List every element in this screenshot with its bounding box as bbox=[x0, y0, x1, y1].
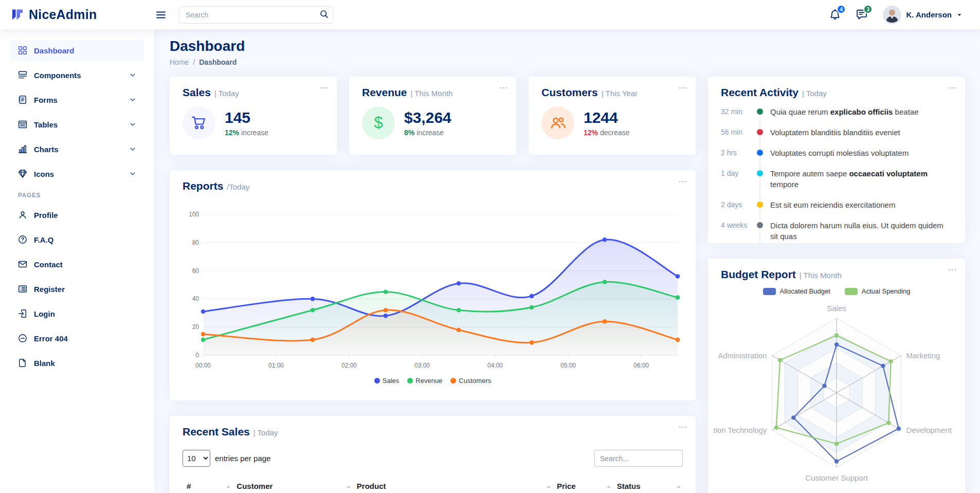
card-period-text: | Today bbox=[214, 87, 239, 100]
column-header-product[interactable]: Product bbox=[353, 477, 553, 493]
recent-sales-card: Recent Sales| Today 10 entries per page … bbox=[170, 416, 696, 493]
budget-radar-container: SalesAdministrationInformation Technolog… bbox=[713, 295, 960, 493]
legend-item-revenue[interactable]: Revenue bbox=[407, 377, 442, 385]
sidebar-item-register[interactable]: Register bbox=[10, 278, 144, 300]
svg-text:01:00: 01:00 bbox=[268, 362, 284, 369]
sidebar-item-icons[interactable]: Icons bbox=[10, 163, 144, 185]
sort-caret-icon bbox=[607, 481, 611, 489]
column-header-customer[interactable]: Customer bbox=[232, 477, 353, 493]
cart-icon bbox=[183, 106, 215, 139]
percent-label: increase bbox=[416, 129, 444, 137]
sidebar-item-label: Tables bbox=[34, 120, 58, 129]
sidebar-item-profile[interactable]: Profile bbox=[10, 204, 144, 226]
box-arrow-in-right-icon bbox=[18, 309, 27, 318]
people-icon bbox=[541, 106, 574, 139]
svg-text:05:00: 05:00 bbox=[560, 362, 576, 369]
sidebar-item-icons-wrap: Icons bbox=[10, 163, 144, 185]
legend-label: Revenue bbox=[415, 377, 442, 385]
sidebar-item-label: Dashboard bbox=[34, 46, 74, 55]
activity-text: Dicta dolorem harum nulla eius. Ut quide… bbox=[767, 220, 952, 243]
customers-card: Customers| This Year124412%decrease bbox=[529, 77, 696, 155]
sidebar-item-tables[interactable]: Tables bbox=[10, 114, 144, 135]
card-options-icon[interactable] bbox=[948, 83, 957, 93]
sales-card-title: Sales| Today bbox=[183, 86, 324, 100]
activity-time: 56 min bbox=[721, 127, 753, 136]
svg-text:0: 0 bbox=[195, 352, 199, 359]
sidebar-item-blank[interactable]: Blank bbox=[10, 352, 144, 374]
sidebar-item-charts[interactable]: Charts bbox=[10, 138, 144, 160]
sidebar-item-label: Register bbox=[34, 285, 65, 294]
sidebar-item-profile-wrap: Profile bbox=[10, 204, 144, 226]
activity-text: Tempore autem saepe occaecati voluptatem… bbox=[767, 168, 952, 199]
reports-chart-container: 02040608010000:0001:0002:0003:0004:0005:… bbox=[183, 204, 683, 376]
activity-timeline bbox=[753, 199, 767, 220]
sidebar-item-error-404[interactable]: Error 404 bbox=[10, 327, 144, 349]
page-title: Dashboard bbox=[170, 38, 965, 55]
activity-dot-icon bbox=[757, 222, 763, 228]
svg-text:40: 40 bbox=[192, 295, 199, 302]
grid-icon bbox=[18, 46, 27, 55]
column-header-[interactable]: # bbox=[183, 477, 232, 493]
entries-per-page-select[interactable]: 10 bbox=[183, 450, 210, 467]
gem-icon bbox=[18, 169, 27, 178]
profile-menu[interactable]: K. Anderson bbox=[883, 6, 963, 24]
svg-text:Administration: Administration bbox=[718, 351, 767, 360]
percent-value: 12% bbox=[225, 129, 239, 137]
card-options-icon[interactable] bbox=[678, 177, 687, 186]
activity-text: Quia quae rerum explicabo officiis beata… bbox=[767, 106, 952, 127]
notifications-button[interactable]: 4 bbox=[829, 9, 842, 21]
messages-button[interactable]: 3 bbox=[856, 9, 868, 21]
revenue-value: $3,264 bbox=[404, 109, 451, 126]
legend-item-sales[interactable]: Sales bbox=[374, 377, 400, 385]
revenue-card-values: $3,2648%increase bbox=[404, 109, 451, 137]
sidebar-item-tables-wrap: Tables bbox=[10, 114, 144, 135]
activity-time: 1 day bbox=[721, 168, 753, 177]
table-search-input[interactable] bbox=[594, 450, 683, 467]
sidebar-item-dashboard[interactable]: Dashboard bbox=[10, 40, 144, 61]
forms-icon bbox=[18, 95, 27, 104]
search-icon[interactable] bbox=[318, 9, 330, 21]
column-header-price[interactable]: Price bbox=[553, 477, 613, 493]
activity-time: 2 hrs bbox=[721, 148, 753, 157]
sales-card-values: 14512%increase bbox=[225, 109, 268, 137]
budget-legend: Allocated BudgetActual Spending bbox=[721, 287, 952, 295]
card-period-text: | This Year bbox=[602, 87, 638, 100]
sort-caret-icon bbox=[347, 481, 351, 489]
activity-list: 32 minQuia quae rerum explicabo officiis… bbox=[721, 106, 952, 243]
dollar-icon: $ bbox=[374, 114, 383, 132]
activity-dot-icon bbox=[757, 129, 763, 135]
legend-label: Allocated Budget bbox=[780, 287, 830, 295]
activity-timeline bbox=[753, 127, 767, 148]
legend-swatch-icon bbox=[845, 288, 858, 295]
svg-text:60: 60 bbox=[192, 267, 199, 275]
legend-item-allocated-budget[interactable]: Allocated Budget bbox=[763, 287, 830, 295]
chevron-down-icon bbox=[129, 170, 136, 177]
customers-value: 1244 bbox=[584, 109, 630, 126]
sort-caret-icon bbox=[547, 481, 551, 489]
card-options-icon[interactable] bbox=[319, 83, 329, 93]
sidebar-item-forms[interactable]: Forms bbox=[10, 89, 144, 111]
sidebar-item-components[interactable]: Components bbox=[10, 64, 144, 86]
card-options-icon[interactable] bbox=[948, 265, 957, 275]
sidebar-toggle-icon[interactable] bbox=[155, 9, 168, 21]
reports-title: Reports/Today bbox=[183, 179, 683, 194]
brand-name: NiceAdmin bbox=[29, 7, 97, 22]
card-options-icon[interactable] bbox=[678, 83, 687, 93]
legend-item-customers[interactable]: Customers bbox=[450, 377, 491, 385]
sidebar: DashboardComponentsFormsTablesChartsIcon… bbox=[0, 29, 154, 493]
question-circle-icon bbox=[18, 235, 27, 244]
activity-item: 4 weeksDicta dolorem harum nulla eius. U… bbox=[721, 220, 952, 243]
sidebar-item-f-a-q[interactable]: F.A.Q bbox=[10, 229, 144, 250]
brand-logo[interactable]: NiceAdmin bbox=[10, 7, 155, 22]
sidebar-item-login[interactable]: Login bbox=[10, 303, 144, 324]
legend-item-actual-spending[interactable]: Actual Spending bbox=[845, 287, 911, 295]
column-header-status[interactable]: Status bbox=[613, 477, 683, 493]
revenue-change: 8%increase bbox=[404, 129, 451, 137]
card-options-icon[interactable] bbox=[678, 423, 687, 432]
breadcrumb-home[interactable]: Home bbox=[170, 58, 189, 66]
sidebar-item-contact[interactable]: Contact bbox=[10, 253, 144, 275]
column-label: Status bbox=[617, 482, 641, 490]
card-options-icon[interactable] bbox=[499, 83, 508, 93]
breadcrumb: Home / Dashboard bbox=[170, 58, 965, 66]
search-input[interactable] bbox=[179, 6, 333, 24]
